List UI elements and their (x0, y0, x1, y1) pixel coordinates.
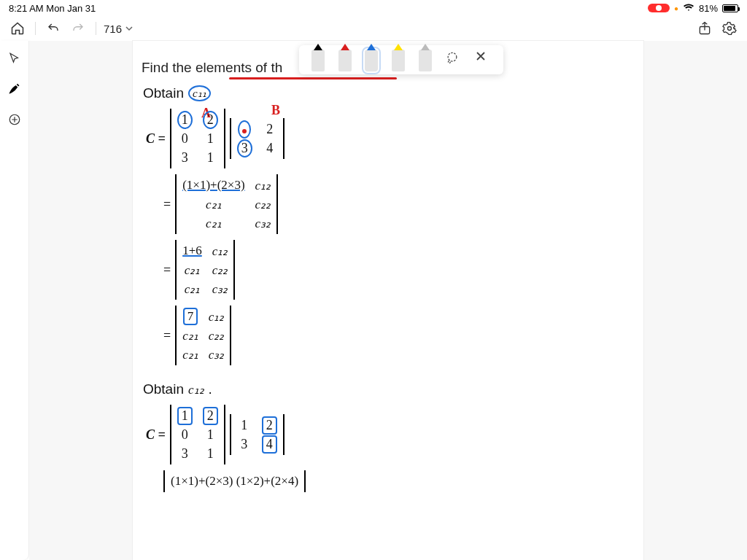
a11-circled: 1 (177, 111, 193, 129)
b11: 1 (237, 418, 252, 433)
svg-point-4 (448, 52, 457, 61)
redo-button[interactable] (68, 18, 88, 39)
battery-percent: 81% (699, 3, 718, 14)
a31: 3 (177, 150, 193, 166)
c21: c₂₁ (182, 328, 198, 343)
chevron-down-icon (125, 23, 133, 35)
c32: c₃₂ (255, 216, 271, 231)
pen-red[interactable] (338, 50, 352, 71)
c21: c₂₁ (182, 262, 202, 278)
a22: 1 (203, 427, 218, 443)
equals-sign: = (163, 328, 171, 343)
equation-c-def-2: C = 1 2 0 1 3 1 1 2 3 4 (146, 405, 635, 464)
b21: 3 (237, 437, 252, 452)
c12-target: c₁₂ (188, 382, 204, 397)
obtain-c12-line: Obtain c₁₂ . (143, 381, 635, 397)
app-toolbar: 716 (0, 16, 747, 41)
b21-circled: 3 (237, 139, 252, 158)
a32: 1 (203, 150, 218, 166)
equation-step3: = 7 c₁₂ c₂₁ c₂₂ c₂₁ c₃₂ (163, 306, 635, 365)
red-dot-annotation (242, 129, 247, 133)
a21: 0 (177, 131, 193, 147)
c22: c₂₂ (212, 262, 228, 278)
close-icon[interactable] (475, 50, 491, 66)
c21: c₂₁ (182, 197, 244, 212)
c22: c₂₂ (209, 328, 225, 343)
step4-row: (1×1)+(2×3) (1×2)+(2×4) (171, 474, 298, 489)
matrix-b-2: 1 2 3 4 (230, 414, 285, 455)
status-time-date: 8:21 AM Mon Jan 31 (9, 3, 96, 14)
home-button[interactable] (7, 18, 28, 39)
canvas[interactable]: Find the elements of th Obtain c₁₁ A B C… (29, 41, 747, 560)
c-equals: C = (146, 427, 166, 443)
b11-circled (238, 120, 251, 139)
a21: 0 (177, 427, 193, 443)
equation-c-def: A B C = 1 2 0 1 3 1 2 3 4 (146, 109, 635, 168)
step2-tl: 1+6 (182, 244, 202, 258)
svg-point-0 (656, 5, 662, 11)
toolbar-divider (35, 22, 36, 35)
equation-step4: (1×1)+(2×3) (1×2)+(2×4) (163, 470, 635, 492)
equation-step2: = 1+6 c₁₂ c₂₁ c₂₂ c₂₁ c₃₂ (163, 240, 635, 300)
handwritten-b: B (271, 103, 280, 118)
document-page: Find the elements of th Obtain c₁₁ A B C… (133, 41, 643, 560)
obtain-c11-line: Obtain c₁₁ (143, 85, 635, 101)
b12-boxed: 2 (262, 416, 277, 435)
svg-point-2 (728, 27, 732, 31)
step1-tl: (1×1)+(2×3) (182, 178, 244, 192)
battery-icon (722, 4, 738, 12)
lasso-tool-icon[interactable] (445, 50, 461, 66)
c22: c₂₂ (255, 197, 271, 212)
red-underline-annotation (229, 77, 397, 79)
matrix-step4: (1×1)+(2×3) (1×2)+(2×4) (163, 470, 306, 492)
matrix-a: 1 2 0 1 3 1 (170, 109, 225, 168)
recording-indicator[interactable] (648, 4, 670, 12)
main-area: Find the elements of th Obtain c₁₁ A B C… (0, 41, 747, 560)
document-title-dropdown[interactable]: 716 (104, 23, 133, 35)
obtain-label: Obtain (143, 85, 184, 101)
a22: 1 (203, 131, 218, 147)
c12: c₁₂ (209, 309, 225, 324)
c12: c₁₂ (212, 244, 228, 259)
matrix-a-2: 1 2 0 1 3 1 (170, 405, 225, 464)
step3-tl-boxed: 7 (183, 308, 198, 325)
share-button[interactable] (694, 18, 715, 39)
obtain-label: Obtain (143, 381, 184, 397)
matrix-step3: 7 c₁₂ c₂₁ c₂₂ c₂₁ c₃₂ (175, 306, 231, 365)
pointer-tool[interactable] (4, 48, 25, 69)
c31: c₂₁ (182, 281, 202, 297)
c32: c₃₂ (209, 347, 225, 362)
matrix-b: 2 3 4 (230, 118, 285, 159)
document-title: 716 (104, 23, 122, 35)
circle-c11-annotation: c₁₁ (188, 85, 211, 101)
left-tool-tray (0, 41, 29, 560)
status-bar: 8:21 AM Mon Jan 31 ● 81% (0, 0, 747, 16)
pen-yellow[interactable] (392, 50, 405, 71)
pen-black[interactable] (311, 50, 325, 71)
toolbar-divider (96, 22, 96, 35)
equals-sign: = (163, 197, 171, 212)
c32: c₃₂ (212, 281, 228, 297)
wifi-icon (683, 3, 694, 14)
a31: 3 (177, 446, 193, 462)
c-equals: C = (146, 131, 166, 147)
settings-button[interactable] (719, 18, 740, 39)
a32: 1 (203, 446, 218, 462)
c12: c₁₂ (255, 178, 271, 193)
a11-boxed: 1 (177, 407, 193, 425)
add-tool[interactable] (4, 109, 25, 130)
matrix-step1: (1×1)+(2×3) c₁₂ c₂₁ c₂₂ c₂₁ c₃₂ (175, 174, 278, 234)
c31: c₂₁ (182, 216, 244, 231)
pen-color-bar (299, 45, 503, 74)
undo-button[interactable] (43, 18, 63, 39)
c31: c₂₁ (182, 347, 198, 362)
b22: 4 (263, 141, 277, 156)
period: . (209, 381, 212, 397)
matrix-step2: 1+6 c₁₂ c₂₁ c₂₂ c₂₁ c₃₂ (175, 240, 235, 300)
pen-grey[interactable] (419, 50, 432, 71)
pen-tool[interactable] (4, 79, 25, 99)
status-right: ● 81% (648, 3, 738, 14)
equals-sign: = (163, 262, 171, 278)
a12-boxed: 2 (203, 407, 218, 425)
pen-blue[interactable] (365, 50, 378, 71)
